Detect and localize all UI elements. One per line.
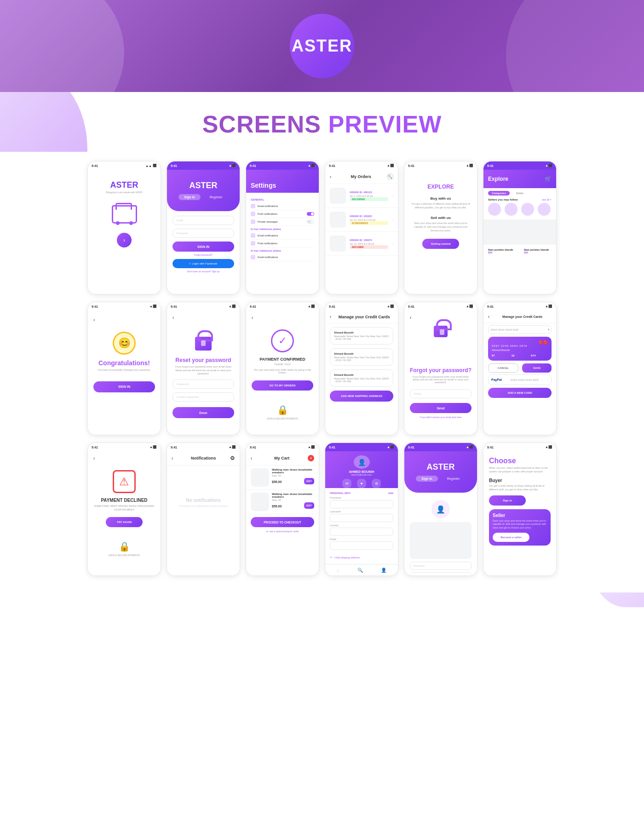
settings-item-2email[interactable]: Email notifications xyxy=(251,232,314,240)
address-item-2[interactable]: Ahmed Bounih Newcastle Street New York C… xyxy=(330,348,393,366)
signin-button[interactable]: SIGN IN xyxy=(93,381,155,392)
message-icon-btn[interactable]: ✉ xyxy=(342,479,351,488)
settings-item-2push[interactable]: Push notifications xyxy=(251,240,314,247)
add-card-button[interactable]: ADD A NEW CARD xyxy=(488,388,552,398)
private-toggle[interactable] xyxy=(307,220,314,224)
confirm-password-input[interactable]: Confirm password xyxy=(172,392,234,402)
email-field[interactable] xyxy=(330,541,393,550)
row-2: 9:41 ▲⬛ ‹ 😊 Congratulations! You have su… xyxy=(18,302,626,435)
status-bar-settings: 9:41 ▲⬛ xyxy=(246,161,319,170)
email-icon xyxy=(251,204,255,208)
email2-icon xyxy=(251,233,255,238)
send-button[interactable]: Send xyxy=(410,403,472,413)
email-input[interactable]: Email xyxy=(410,389,472,398)
seller-avatar-1[interactable] xyxy=(488,203,501,216)
settings-icon-btn[interactable]: ⚙ xyxy=(372,479,381,488)
back-button[interactable]: ‹ xyxy=(330,174,331,179)
bottom-nav: ⌂ 🔍 👤 xyxy=(325,564,398,575)
profile-nav-icon[interactable]: 👤 xyxy=(381,568,386,573)
title-accent: PREVIEW xyxy=(328,111,442,138)
splash-logo: ASTER xyxy=(110,180,138,190)
back-button[interactable]: ‹ xyxy=(93,317,155,322)
lock-illustration xyxy=(192,329,215,352)
cancel-button[interactable]: CANCEL xyxy=(488,363,518,373)
seller-avatar-3[interactable] xyxy=(521,203,534,216)
resend-link[interactable]: click here xyxy=(452,416,461,419)
tab-register[interactable]: Register xyxy=(442,476,466,482)
buyer-signin-button[interactable]: Sign in xyxy=(489,495,526,506)
order-item-2[interactable]: ORDER ID: 345823 Jun 12, 2019 at 11:16 a… xyxy=(325,208,398,232)
edit-button[interactable]: EDIT xyxy=(304,478,314,484)
password-input[interactable]: Password xyxy=(172,229,234,238)
edit-button-2[interactable]: EDIT xyxy=(304,502,314,509)
search-icon[interactable]: 🔍 xyxy=(387,173,393,180)
status-bar-splash: 9:41 ▲▲ ⬛ xyxy=(88,161,161,170)
seller-avatar-2[interactable] xyxy=(505,203,518,216)
address-item-1[interactable]: Ahmed Bounih Newcastle Street New York C… xyxy=(330,327,393,345)
avatar: 👤 xyxy=(354,455,370,469)
search-nav-icon[interactable]: 🔍 xyxy=(357,568,363,573)
heart-icon-btn[interactable]: ♥ xyxy=(357,479,366,488)
signin-button[interactable]: SIGN IN xyxy=(172,242,234,252)
add-address-button[interactable]: ADD NEW SHIPPING ADDRESS xyxy=(330,391,393,402)
firstname-field[interactable] xyxy=(330,500,393,508)
screen-forgot-password: 9:41 ▲⬛ ‹ Forgot your password? If you f… xyxy=(404,302,477,435)
status-bar-login: 9:41 ▲⬛ xyxy=(167,161,240,170)
done-button[interactable]: Done xyxy=(172,407,234,418)
checkout-button[interactable]: PROCEED TO CHECKOUT xyxy=(251,517,314,527)
address-item-3[interactable]: Ahmed Bounih Newcastle Street New York C… xyxy=(330,369,393,387)
home-nav-icon[interactable]: ⌂ xyxy=(337,568,339,573)
facebook-login-button[interactable]: f Login with Facebook xyxy=(172,259,234,268)
tab-seller[interactable]: Seller xyxy=(512,191,527,196)
paypal-icon: PayPal xyxy=(491,378,502,381)
forgot-link[interactable]: Forgot password? xyxy=(172,253,234,256)
settings-item-private[interactable]: Private messages xyxy=(251,218,314,226)
cart-item-1[interactable]: Walking men shoes breathable sneakers Si… xyxy=(246,466,319,490)
settings-item-push[interactable]: Push notifications xyxy=(251,210,314,218)
cart-item-2[interactable]: Walking men shoes breathable sneakers Si… xyxy=(246,490,319,514)
screen-profile: 9:41 ▲⬛ 👤 AHMED BOUNIH bounih@mail.com ✉… xyxy=(325,443,398,576)
tab-register[interactable]: Register xyxy=(204,194,228,200)
settings-item-3email[interactable]: Email notifications xyxy=(251,253,314,261)
country-field[interactable] xyxy=(330,528,393,536)
row-1: 9:41 ▲▲ ⬛ ASTER Shopping is now simple w… xyxy=(18,161,626,294)
screen-payment-failed: 9:41 ▲⬛ ‹ ⚠ PAYMENT DECLINED SOMETHING W… xyxy=(87,443,161,576)
seller-avatar-4[interactable] xyxy=(538,203,551,216)
screen-login: 9:41 ▲⬛ ASTER Sign in Register Email xyxy=(167,161,240,294)
back-button[interactable]: ‹ xyxy=(488,314,489,319)
settings-icon[interactable]: ⚙ xyxy=(230,455,235,461)
track-order-button[interactable]: GO TO MY ORDERS xyxy=(252,380,313,391)
status-bar-orders: 9:41 ▲⬛ xyxy=(325,161,398,170)
splash-next-button[interactable]: › xyxy=(117,233,132,247)
try-again-button[interactable]: TRY AGAIN xyxy=(106,517,143,527)
tab-signin[interactable]: Sign in xyxy=(416,476,437,482)
settings-item-email[interactable]: Email notifications xyxy=(251,202,314,210)
become-seller-button[interactable]: Become a seller xyxy=(493,533,529,542)
username-input[interactable]: Username xyxy=(410,562,472,570)
credit-card: 🔴🔴 5587 3240 0894 2876 Ahmed Bounih 07 1… xyxy=(488,337,552,361)
getting-started-button[interactable]: Getting started xyxy=(422,239,459,249)
coupon-link[interactable]: or use a promo/coupon code xyxy=(246,530,319,533)
avatar-large: 👤 xyxy=(431,500,450,518)
back-button[interactable]: ‹ xyxy=(330,314,331,319)
tab-categories[interactable]: Categories xyxy=(488,191,510,196)
back-button[interactable]: ‹ xyxy=(251,456,252,461)
save-button[interactable]: SAVE xyxy=(522,363,552,373)
tab-signin[interactable]: Sign in xyxy=(178,194,200,200)
email-input[interactable]: Email xyxy=(172,216,234,225)
order-item-3[interactable]: ORDER ID: 158673 Jun 15, 2019 at 2:30 pm… xyxy=(325,232,398,256)
password-input[interactable]: Password xyxy=(410,572,472,576)
back-button[interactable]: ‹ xyxy=(172,315,234,320)
order-item-1[interactable]: ORDER ID: 458123 Jun 1, 2019 at 5:28 am … xyxy=(325,184,398,208)
cart-icon-header[interactable]: 🛒 xyxy=(545,176,552,182)
cart-illustration xyxy=(108,201,140,224)
lastname-field[interactable] xyxy=(330,514,393,522)
back-button[interactable]: ‹ xyxy=(172,456,173,461)
password-input[interactable]: Password xyxy=(172,380,234,389)
status-bar-explore: 9:41 ▲⬛ xyxy=(404,161,477,170)
back-button[interactable]: ‹ xyxy=(93,456,155,461)
fb-icon: f xyxy=(190,262,190,265)
push-toggle[interactable] xyxy=(307,212,314,216)
order-thumbnail xyxy=(330,188,346,204)
back-button[interactable]: ‹ xyxy=(252,315,313,320)
